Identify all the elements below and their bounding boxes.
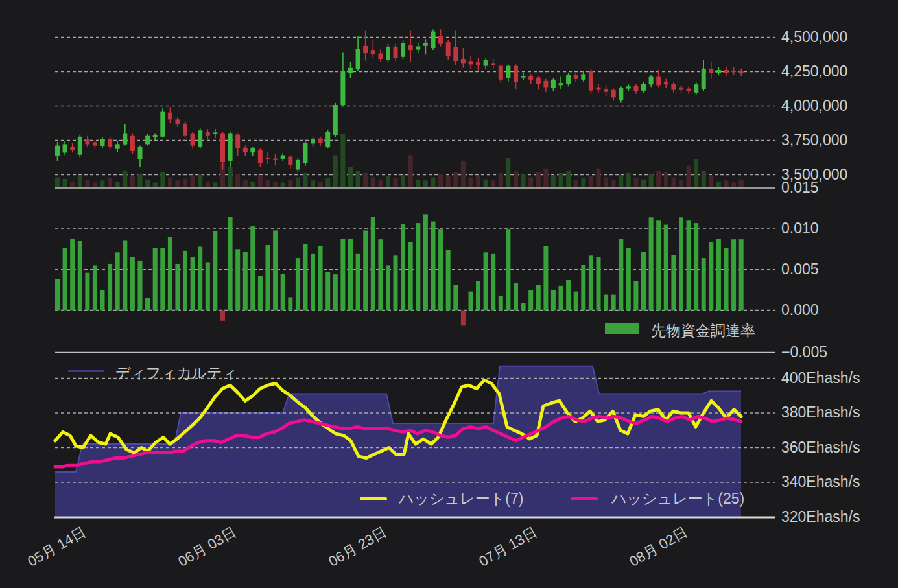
y-axis-tick-label: −0.005 bbox=[781, 344, 827, 361]
hashrate7-legend-label[interactable]: ハッシュレート(7) bbox=[399, 489, 523, 509]
hashrate25-legend-swatch[interactable] bbox=[571, 497, 598, 500]
y-axis-tick-label: 3,750,000 bbox=[781, 132, 847, 149]
y-axis-tick-label: 400Ehash/s bbox=[781, 370, 860, 387]
y-axis-tick-label: 340Ehash/s bbox=[781, 473, 860, 491]
y-axis-tick-label: 0.000 bbox=[781, 301, 819, 319]
funding-legend-label[interactable]: 先物資金調達率 bbox=[651, 321, 755, 341]
hashrate25-legend-label[interactable]: ハッシュレート(25) bbox=[611, 489, 744, 509]
y-axis-tick-label: 380Ehash/s bbox=[781, 404, 860, 421]
y-axis-tick-label: 360Ehash/s bbox=[781, 439, 860, 456]
funding-legend-swatch[interactable] bbox=[605, 323, 639, 334]
difficulty-legend-swatch[interactable] bbox=[68, 370, 104, 372]
y-axis-tick-label: 4,500,000 bbox=[781, 29, 847, 46]
trading-chart-screen: 4,500,0004,250,0004,000,0003,750,0003,50… bbox=[0, 0, 898, 588]
y-axis-tick-label: 0.010 bbox=[781, 220, 819, 237]
y-axis-tick-label: 4,250,000 bbox=[781, 63, 847, 80]
y-axis-tick-label: 0.015 bbox=[781, 179, 819, 196]
y-axis-tick-label: 4,000,000 bbox=[781, 97, 847, 115]
hashrate7-legend-swatch[interactable] bbox=[360, 497, 387, 500]
y-axis-tick-label: 320Ehash/s bbox=[781, 508, 860, 526]
y-axis-tick-label: 0.005 bbox=[781, 261, 819, 278]
difficulty-legend-label[interactable]: ディフィカルティ bbox=[115, 363, 237, 383]
